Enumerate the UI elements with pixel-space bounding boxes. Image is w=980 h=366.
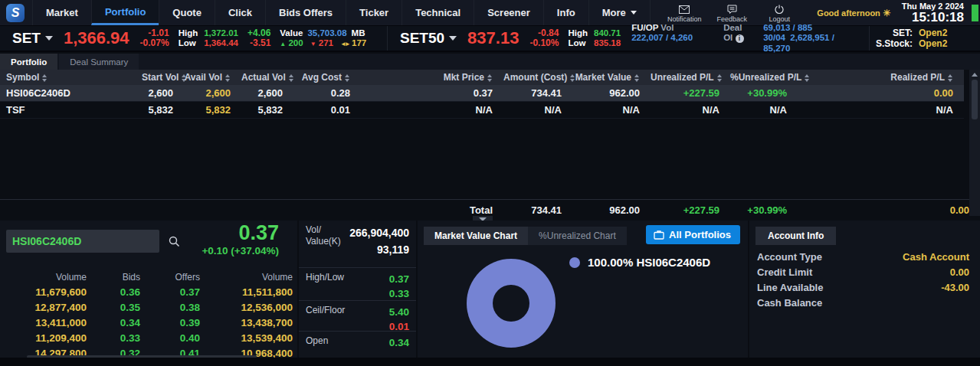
set-change-percent: -0.07% <box>140 38 169 48</box>
all-portfolios-button[interactable]: All Portfolios <box>646 225 740 244</box>
cell-avail-vol: 5,832 <box>184 102 241 118</box>
nav-item-more[interactable]: More <box>588 0 651 25</box>
donut-hole <box>493 285 529 322</box>
logout-button[interactable]: Logout <box>755 2 803 23</box>
total-market-value: 962.00 <box>572 202 651 218</box>
symbol-search-input[interactable] <box>6 235 169 247</box>
nav-item-portfolio[interactable]: Portfolio <box>91 0 159 25</box>
set50-index-value: 837.13 <box>467 28 519 48</box>
nav-label: Screener <box>487 7 530 18</box>
sun-icon: ☀ <box>883 8 891 18</box>
bid-offer-row: 11,679,600 0.36 0.37 11,511,800 <box>6 285 293 300</box>
table-row[interactable]: TSF 5,832 5,832 5,832 0.01 N/A N/A N/A N… <box>0 102 964 119</box>
scrollbar-thumb[interactable] <box>972 80 978 119</box>
column-header-mkt-price[interactable]: Mkt Price <box>361 70 503 85</box>
nav-item-info[interactable]: Info <box>543 0 588 25</box>
header-offer-volume: Volume <box>200 270 293 285</box>
notification-button[interactable]: Notification <box>660 2 708 23</box>
cell-start-vol: 2,600 <box>142 85 184 101</box>
account-type-value: Cash Account <box>903 250 969 265</box>
bid-price-cell[interactable]: 0.36 <box>87 285 140 300</box>
market-value-donut-chart <box>467 259 556 348</box>
bid-price-cell[interactable]: 0.34 <box>87 315 140 331</box>
info-circle-icon[interactable]: i <box>736 34 744 43</box>
column-header-amount-cost[interactable]: Amount (Cost) <box>503 70 572 85</box>
account-info-panel: Account Info Account Type Cash Account C… <box>749 221 980 358</box>
bid-offer-row: 12,877,400 0.35 0.38 12,536,000 <box>6 300 293 315</box>
chevron-down-icon[interactable] <box>449 36 457 41</box>
offer-price-cell[interactable]: 0.40 <box>140 331 200 346</box>
value-k-value: 93,119 <box>349 241 409 258</box>
column-header-avg-cost[interactable]: Avg Cost <box>293 70 361 85</box>
chevron-down-icon[interactable] <box>45 36 53 41</box>
set-status-label: SET: <box>893 28 913 38</box>
speech-bubble-icon <box>727 4 737 15</box>
offer-price-cell[interactable]: 0.39 <box>140 315 200 331</box>
feedback-button[interactable]: Feedback <box>708 2 755 23</box>
nav-utilities: Notification Feedback Logout Good aftern… <box>660 0 980 25</box>
floor-price: 0.01 <box>389 319 409 334</box>
current-date: Thu May 2 2024 <box>902 2 964 11</box>
high-label: High <box>179 28 198 38</box>
sstock-status-value: Open2 <box>919 38 954 49</box>
vertical-scrollbar[interactable] <box>969 70 980 216</box>
column-header-start-vol[interactable]: Start Vol <box>142 70 184 85</box>
tab-market-value-chart[interactable]: Market Value Chart <box>424 227 528 245</box>
offer-price-cell[interactable]: 0.37 <box>140 285 200 300</box>
nav-item-screener[interactable]: Screener <box>474 0 543 25</box>
tab-account-info[interactable]: Account Info <box>755 227 836 245</box>
scroll-up-arrow-icon[interactable] <box>972 73 978 77</box>
envelope-icon <box>679 4 690 15</box>
column-header-actual-vol[interactable]: Actual Vol <box>241 70 293 85</box>
set50-change-block: -0.84 -0.10% <box>529 28 559 48</box>
total-unrealized-pl: +227.59 <box>651 202 730 218</box>
high-low-section: High/Low 0.370.33 <box>299 268 416 301</box>
high-low-label: High/Low <box>306 272 344 283</box>
column-header-market-value[interactable]: Market Value <box>572 70 651 85</box>
fuop-deal-value: 69,013 / 885 <box>763 23 860 34</box>
column-header-unrealized-pl-pct[interactable]: %Unrealized P/L <box>730 70 798 85</box>
column-header-avail-vol[interactable]: Avail Vol <box>184 70 241 85</box>
quote-panel: 0.37 +0.10 (+37.04%) Volume Bids Offers … <box>0 221 299 358</box>
advancers-decliners: ▲ 200 ▼ 271 ◄► 177 <box>280 38 366 49</box>
tab-portfolio[interactable]: Portfolio <box>0 54 57 70</box>
nav-item-click[interactable]: Click <box>215 0 265 25</box>
set-index-value: 1,366.94 <box>64 28 129 48</box>
ceil-floor-section: Ceil/Floor 5.400.01 <box>299 301 416 332</box>
symbol-search-box <box>6 230 159 253</box>
offer-price-cell[interactable]: 0.38 <box>140 300 200 315</box>
account-info-rows: Account Type Cash Account Credit Limit 0… <box>757 250 969 311</box>
column-header-unrealized-pl[interactable]: Unrealized P/L <box>651 70 730 85</box>
nav-item-quote[interactable]: Quote <box>159 0 215 25</box>
cell-avail-vol: 2,600 <box>184 85 241 101</box>
high-label: High <box>568 28 588 38</box>
cell-market-value: 962.00 <box>572 85 651 101</box>
column-header-realized-pl[interactable]: Realized P/L <box>798 70 964 85</box>
nav-item-market[interactable]: Market <box>32 0 91 25</box>
nav-label: Portfolio <box>105 6 146 18</box>
cell-avg-cost: 0.01 <box>293 102 361 118</box>
settrade-logo-icon[interactable]: S <box>6 4 25 22</box>
value-unit: MB <box>352 28 365 38</box>
column-header-symbol[interactable]: Symbol <box>0 70 142 85</box>
tab-unrealized-chart[interactable]: %Unrealized Chart <box>528 227 627 245</box>
down-triangle-icon: ▼ <box>310 41 316 47</box>
sort-icon <box>42 74 48 82</box>
offer-volume-cell: 13,539,400 <box>200 331 293 346</box>
bid-price-cell[interactable]: 0.33 <box>87 331 140 346</box>
chart-legend: 100.00% HSI06C2406D <box>569 256 710 269</box>
bid-price-cell[interactable]: 0.35 <box>87 300 140 315</box>
portfolio-tab-bar: Portfolio Deal Summary <box>0 54 980 70</box>
nav-item-technical[interactable]: Technical <box>402 0 474 25</box>
value-label: Value <box>280 28 303 38</box>
tab-deal-summary[interactable]: Deal Summary <box>59 54 139 70</box>
nav-item-bids-offers[interactable]: Bids Offers <box>265 0 346 25</box>
cell-unrealized-pl: +227.59 <box>651 85 730 101</box>
nav-item-ticker[interactable]: Ticker <box>346 0 402 25</box>
set-high-low-change-block: +4.06 -3.51 <box>247 28 270 48</box>
table-row[interactable]: HSI06C2406D 2,600 2,600 2,600 0.28 0.37 … <box>0 85 964 102</box>
search-icon[interactable] <box>169 236 180 247</box>
line-available-value: -43.00 <box>941 280 969 296</box>
nav-label: Bids Offers <box>279 7 333 18</box>
cell-avg-cost: 0.28 <box>293 85 361 101</box>
